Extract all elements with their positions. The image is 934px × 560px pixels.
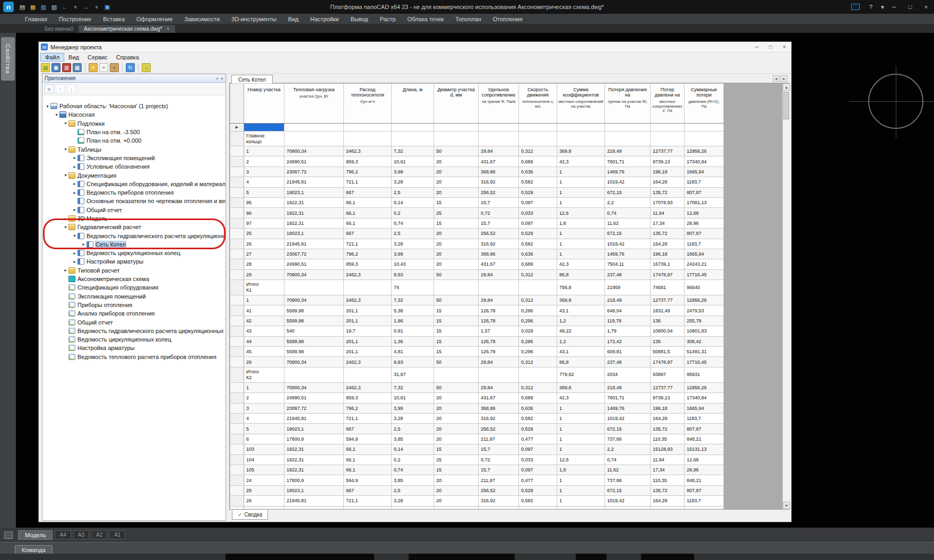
doc-tab-close-icon[interactable]: × bbox=[167, 26, 170, 32]
open-file-icon[interactable]: ▦ bbox=[29, 3, 37, 11]
tree-item[interactable]: Спецификация оборудования bbox=[42, 283, 226, 292]
tree-item[interactable]: ▸Условные обозначения bbox=[42, 162, 226, 171]
section-row[interactable]: Главное кольцо bbox=[230, 132, 724, 146]
scrollbar-thumb[interactable] bbox=[783, 92, 789, 119]
row-selector[interactable] bbox=[230, 156, 244, 167]
tree-item[interactable]: ▸Экспликация помещений bbox=[42, 154, 226, 162]
expander-closed-icon[interactable]: ▸ bbox=[63, 216, 68, 221]
table-row[interactable]: 2621945,81721,13,2820316,920,58211019,42… bbox=[230, 239, 724, 249]
tree-item[interactable]: ▸Типовой расчет bbox=[42, 266, 226, 275]
properties-panel-tab[interactable]: Свойства bbox=[1, 37, 15, 81]
table-row[interactable]: 445589,98201,11,3615126,780,2961,2172,42… bbox=[230, 336, 724, 346]
refresh-icon[interactable]: ↻ bbox=[126, 63, 135, 72]
dialog-menu-item[interactable]: Вид bbox=[64, 54, 83, 61]
dialog-menu-item[interactable]: Файл bbox=[40, 53, 64, 62]
row-selector[interactable] bbox=[230, 146, 244, 156]
total-row[interactable]: Итого К231,67779,6220349389795931 bbox=[230, 367, 724, 382]
tree-item[interactable]: Ведомость циркуляционных колец bbox=[42, 335, 226, 344]
table-row[interactable]: 4354019,70,91151,570,02949,221,7910800,0… bbox=[230, 326, 724, 336]
dialog-menu-item[interactable]: Сервис bbox=[83, 54, 112, 61]
redo-dropdown-icon[interactable]: ▾ bbox=[92, 3, 101, 11]
expander-open-icon[interactable]: ▾ bbox=[63, 147, 68, 152]
sheet-tab-summary[interactable]: ✓ Сводка bbox=[232, 510, 268, 520]
dialog-minimize-button[interactable]: ─ bbox=[750, 42, 764, 52]
sheet-tab-network[interactable]: Сеть Котел bbox=[231, 75, 273, 84]
table-row[interactable]: 170900,342462,37,325029,840,312369,8218,… bbox=[230, 382, 724, 392]
model-tab[interactable]: Модель bbox=[18, 530, 53, 540]
row-selector[interactable] bbox=[230, 249, 244, 259]
table-row[interactable]: 2723067,72796,23,9920368,860,63611469,76… bbox=[230, 249, 724, 259]
column-header[interactable]: Скорость движениятеплоносителя v, м/с bbox=[519, 84, 557, 124]
table-row[interactable]: 971922,3166,10,741515,70,0971,811,6217,3… bbox=[230, 218, 724, 228]
close-button[interactable]: × bbox=[918, 1, 934, 13]
row-selector[interactable] bbox=[230, 197, 244, 207]
menu-item[interactable]: Главная bbox=[19, 14, 53, 24]
row-selector[interactable] bbox=[230, 496, 244, 506]
column-header[interactable]: Длина, м bbox=[392, 84, 434, 124]
row-selector[interactable] bbox=[230, 465, 244, 475]
tree-item[interactable]: ▾Гидравлический расчет bbox=[42, 223, 226, 231]
table-row[interactable]: 951922,3166,10,141515,70,09712,217078,93… bbox=[230, 197, 724, 207]
menu-item[interactable]: Зависимости bbox=[178, 14, 226, 24]
row-selector[interactable] bbox=[230, 357, 244, 367]
total-row[interactable]: Итого К174756,8219597468196640 bbox=[230, 280, 724, 295]
table-row[interactable]: 617800,9594,93,8520211,970,4771737,86110… bbox=[230, 434, 724, 444]
table-row[interactable]: 425589,98201,11,9615126,780,2961,2119,78… bbox=[230, 316, 724, 326]
display-mode-icon[interactable] bbox=[851, 4, 860, 10]
menu-item[interactable]: Вывод bbox=[344, 14, 374, 24]
table-row[interactable]: 1051922,3166,10,741515,70,0971,811,6217,… bbox=[230, 465, 724, 475]
column-header[interactable]: Сумма коэффициентовместных сопротивлений… bbox=[557, 84, 605, 124]
row-selector[interactable] bbox=[230, 218, 244, 228]
move-up-icon[interactable]: ↑ bbox=[56, 84, 65, 93]
tree-item[interactable]: ▾Насосная bbox=[42, 110, 226, 119]
undo-dropdown-icon[interactable]: ▾ bbox=[71, 3, 80, 11]
row-selector[interactable] bbox=[230, 485, 244, 495]
command-line-area[interactable]: Команда bbox=[0, 542, 934, 560]
doc-tab-inactive[interactable]: Без имени0 bbox=[39, 25, 79, 33]
row-selector[interactable] bbox=[230, 454, 244, 465]
tree-item[interactable]: ▾Ведомость гидравлического расчета цирку… bbox=[42, 231, 226, 240]
layout-tab-a1[interactable]: A1 bbox=[109, 530, 125, 539]
open-project-icon[interactable]: ▤ bbox=[41, 63, 50, 72]
row-selector[interactable] bbox=[230, 167, 244, 177]
tree-item[interactable]: ▸Ведомость циркуляционных колец bbox=[42, 249, 226, 257]
row-selector[interactable] bbox=[230, 475, 244, 485]
expander-closed-icon[interactable]: ▸ bbox=[72, 155, 77, 160]
row-selector[interactable] bbox=[230, 393, 244, 403]
scroll-down-icon[interactable]: ▼ bbox=[783, 502, 790, 509]
table-row[interactable]: 1041922,3166,10,2250,720,03312,60,7411,9… bbox=[230, 454, 724, 465]
menu-item[interactable]: Облака точек bbox=[402, 14, 450, 24]
tree-item[interactable]: Общий отчет bbox=[42, 318, 226, 326]
vertical-scrollbar[interactable]: ▲ ▼ bbox=[782, 83, 790, 509]
layout-tab-a4[interactable]: A4 bbox=[55, 530, 71, 539]
column-header[interactable]: Диаметр участка d, мм bbox=[434, 84, 479, 124]
table-row[interactable]: 170900,342462,37,325029,840,312369,8218,… bbox=[230, 295, 724, 305]
table-row[interactable]: 224990,51859,310,6120431,670,68942,37601… bbox=[230, 393, 724, 403]
row-selector[interactable] bbox=[230, 424, 244, 434]
menu-item[interactable]: Вид bbox=[282, 14, 305, 24]
row-selector[interactable] bbox=[230, 132, 244, 146]
column-header[interactable]: Удельное сопротивлениена трение R, Па/м bbox=[479, 84, 519, 124]
clipboard-icon[interactable]: ▪ bbox=[110, 63, 119, 72]
row-selector[interactable] bbox=[230, 444, 244, 454]
menu-item[interactable]: Растр bbox=[374, 14, 402, 24]
expander-open-icon[interactable]: ▾ bbox=[63, 225, 68, 230]
doc-tab-active[interactable]: Аксонометрическая схема.dwg* × bbox=[79, 25, 175, 33]
column-header[interactable]: Номер участка bbox=[244, 84, 284, 124]
table-row[interactable]: 2519023,16672,520256,520,5291672,15135,7… bbox=[230, 229, 724, 239]
row-selector[interactable] bbox=[230, 187, 244, 197]
row-selector[interactable] bbox=[230, 305, 244, 316]
tree-item[interactable]: Приборы отопления bbox=[42, 301, 226, 309]
column-header[interactable]: Суммарные потеридавления (Rl+Z), Па bbox=[685, 84, 724, 124]
help-dropdown-icon[interactable]: ▾ bbox=[879, 1, 886, 13]
row-selector[interactable] bbox=[230, 280, 244, 295]
save-file-icon[interactable]: ▥ bbox=[39, 3, 48, 11]
expander-open-icon[interactable]: ▾ bbox=[45, 104, 50, 109]
tree-item[interactable]: ▾Подложки bbox=[42, 119, 226, 128]
row-selector[interactable] bbox=[230, 259, 244, 269]
expander-closed-icon[interactable]: ▸ bbox=[72, 207, 77, 212]
expander-closed-icon[interactable]: ▸ bbox=[72, 164, 77, 169]
tree-item[interactable]: ▾Таблицы bbox=[42, 145, 226, 153]
table-row[interactable]: 2621945,81721,13,2820316,920,58211019,42… bbox=[230, 496, 724, 506]
expander-open-icon[interactable]: ▾ bbox=[63, 121, 68, 126]
